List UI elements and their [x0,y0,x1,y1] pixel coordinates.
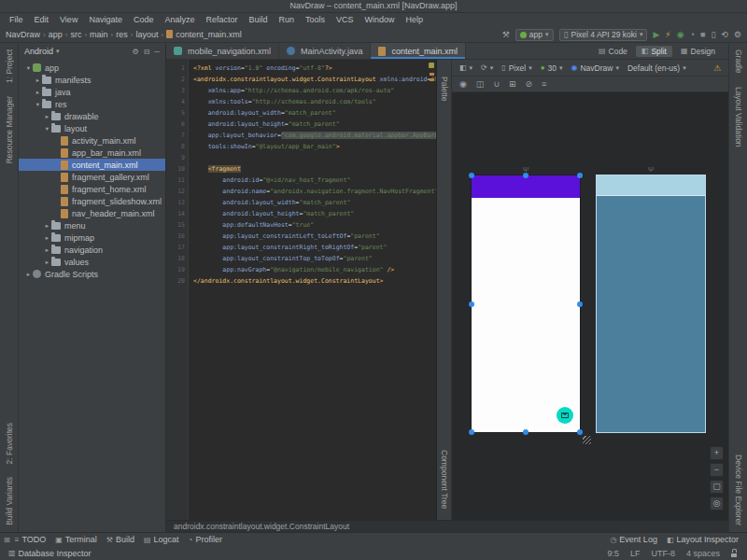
view-options-icon[interactable]: ◉ [459,79,467,89]
zoom-in-button[interactable]: + [710,446,724,460]
locale-selector[interactable]: Default (en-us)▾ [627,63,686,73]
magnet-autoconnect-icon[interactable]: ∪ [493,79,500,89]
selection-handle[interactable] [469,173,474,178]
target-device-selector[interactable]: ▯Pixel 4 API 29 koki▾ [559,29,648,41]
project-tree[interactable]: ▾app▸manifests▸java▾res▸drawable▾layouta… [19,60,165,532]
code-editor[interactable]: <?xml version="1.0" encoding="utf-8"?><a… [189,60,436,520]
selection-handle[interactable] [577,173,583,178]
breadcrumb-item-res[interactable]: res [116,30,128,39]
design-surface[interactable]: Ψ Ψ [452,92,728,520]
debug-button[interactable]: ◉ [677,29,684,41]
warning-stripe-mark[interactable] [430,78,434,81]
selection-handle[interactable] [577,429,583,435]
stop-button[interactable]: ■ [700,29,705,41]
event-log-button[interactable]: ◷Event Log [605,535,662,544]
tree-item-fragment-home-xml[interactable]: fragment_home.xml [19,183,165,195]
menu-vcs[interactable]: VCS [331,13,359,27]
tree-item-activity-main-xml[interactable]: activity_main.xml [19,134,165,147]
editor-tab-content-main-xml[interactable]: content_main.xml [371,43,466,59]
zoom-out-button[interactable]: − [710,463,724,477]
tool-window-button-1-project[interactable]: 1: Project [5,49,14,83]
tool-window-button-build[interactable]: ⚒Build [102,535,139,544]
menu-window[interactable]: Window [359,13,401,27]
tool-windows-quick-access-icon[interactable]: ⊞ [4,536,10,544]
selection-handle[interactable] [469,301,474,307]
preview-resize-handle[interactable] [583,436,591,444]
selection-handle[interactable] [523,173,529,178]
blueprint-mode-icon[interactable]: ◫ [476,79,485,89]
design-preview[interactable]: Ψ [471,175,581,433]
menu-analyze[interactable]: Analyze [159,13,200,27]
tool-window-button-profiler[interactable]: ◔Profiler [184,535,227,544]
tool-window-button-database-inspector[interactable]: ▥Database Inspector [4,549,96,558]
tool-window-button-terminal[interactable]: ▣Terminal [50,535,102,544]
zoom-to-fit-button[interactable]: ▢ [710,480,724,494]
clear-constraints-icon[interactable]: ⊘ [526,79,533,89]
api-version-selector[interactable]: ●30▾ [541,63,563,73]
breadcrumb-item-src[interactable]: src [70,30,81,39]
tree-item-gradle-scripts[interactable]: ▸Gradle Scripts [19,268,165,280]
theme-selector[interactable]: ◉NavDraw▾ [571,63,618,73]
tree-item-layout[interactable]: ▾layout [19,122,165,134]
tool-window-button-build-variants[interactable]: Build Variants [5,477,14,525]
editor-tab-mobile-navigation-xml[interactable]: mobile_navigation.xml [166,43,279,59]
orientation-selector[interactable]: ⟳▾ [481,63,493,72]
menu-navigate[interactable]: Navigate [83,13,128,27]
mode-tab-design[interactable]: ▦Design [675,46,721,57]
menu-help[interactable]: Help [401,13,430,27]
tree-item-menu[interactable]: ▸menu [19,219,165,231]
tree-item-content-main-xml[interactable]: content_main.xml [19,159,165,171]
tree-item-app[interactable]: ▾app [19,62,165,74]
breadcrumb-element[interactable]: androidx.constraintlayout.widget.Constra… [174,522,349,531]
breadcrumb-item-content-main-xml[interactable]: content_main.xml [166,30,242,39]
layout-inspector-button[interactable]: ◧Layout Inspector [662,535,743,544]
apply-changes-button[interactable]: ⚡ [665,29,670,41]
sync-gradle-button[interactable]: ⟲ [721,29,728,41]
warning-stripe-mark[interactable] [430,73,434,76]
tool-window-button-device-file-explorer[interactable]: Device File Explorer [734,455,743,525]
tree-item-fragment-slideshow-xml[interactable]: fragment_slideshow.xml [19,195,165,207]
device-selector[interactable]: ▯Pixel▾ [501,63,531,73]
menu-run[interactable]: Run [274,13,301,27]
tool-window-button-resource-manager[interactable]: Resource Manager [5,96,14,163]
code-editor-pane[interactable]: 1234567891011121314151617181920 <?xml ve… [166,60,437,520]
tree-item-java[interactable]: ▸java [19,86,165,98]
selection-handle[interactable] [469,429,474,435]
hide-panel-icon[interactable]: ─ [154,48,160,56]
pan-to-selection-button[interactable]: ◎ [710,497,724,511]
blueprint-preview[interactable]: Ψ [596,175,706,433]
editor-gutter[interactable]: 1234567891011121314151617181920 [166,60,189,520]
guidelines-icon[interactable]: ≡ [542,79,546,89]
palette-tab[interactable]: Palette [440,77,449,101]
build-project-button[interactable]: ⚒ [502,29,510,41]
tree-item-nav-header-main-xml[interactable]: nav_header_main.xml [19,207,165,219]
breadcrumb-item-main[interactable]: main [90,30,108,39]
run-button[interactable]: ▶ [653,29,659,41]
settings-button[interactable]: ⚙ [734,29,741,41]
tool-window-button-2-favorites[interactable]: 2: Favorites [5,423,14,464]
menu-view[interactable]: View [54,13,83,27]
settings-gear-icon[interactable]: ⚙ [132,48,138,56]
menu-code[interactable]: Code [128,13,160,27]
inspection-status-indicator[interactable] [429,63,434,68]
menu-refactor[interactable]: Refactor [200,13,243,27]
profile-button[interactable]: ◔ [690,29,695,41]
tree-item-res[interactable]: ▾res [19,98,165,110]
tool-window-button-logcat[interactable]: ▤Logcat [139,535,184,544]
design-surface-selector[interactable]: ◧▾ [459,63,472,72]
tool-window-button-todo[interactable]: ≡TODO [10,535,51,544]
mode-tab-split[interactable]: ◧Split [636,46,672,57]
mode-tab-code[interactable]: ▤Code [593,46,633,57]
project-view-selector[interactable]: Android [24,47,53,56]
tool-window-button-layout-validation[interactable]: Layout Validation [734,87,743,147]
menu-file[interactable]: File [4,13,29,27]
component-tree-tab[interactable]: Component Tree [440,450,449,509]
tree-item-drawable[interactable]: ▸drawable [19,110,165,122]
device-manager-button[interactable]: ▯ [711,29,715,41]
fab-button[interactable] [557,407,573,424]
breadcrumb-item-layout[interactable]: layout [135,30,158,39]
tool-window-button-gradle[interactable]: Gradle [734,49,743,74]
menu-tools[interactable]: Tools [300,13,331,27]
selection-handle[interactable] [577,301,583,307]
warnings-indicator[interactable]: ⚠ [713,63,721,73]
